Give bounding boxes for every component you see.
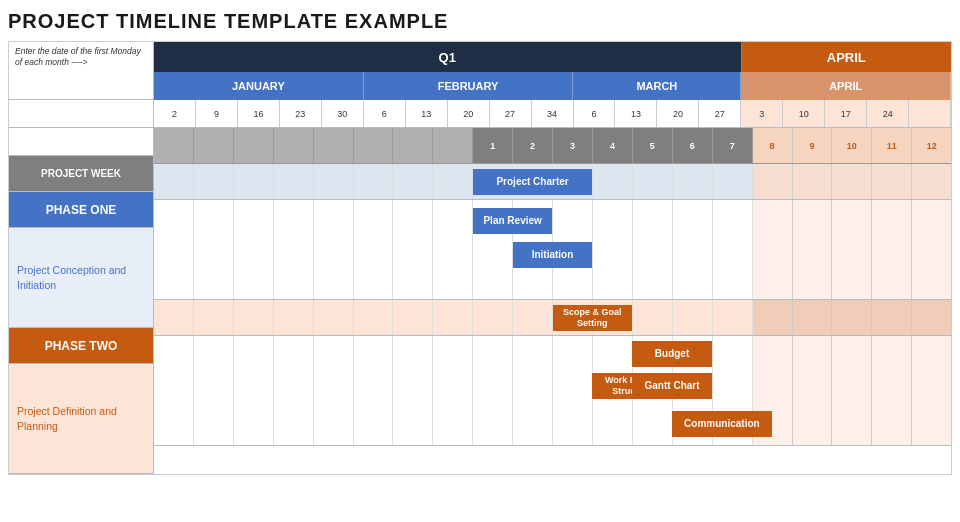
- p1-cell: [593, 164, 633, 199]
- pw-3: 3: [553, 128, 593, 163]
- grid-rows: 1 2 3 4 5 6 7 8 9 10 11 12: [154, 128, 951, 446]
- p2-cell: [753, 300, 793, 335]
- p1-cell: [354, 164, 394, 199]
- left-labels: Enter the date of the first Monday of ea…: [9, 42, 154, 474]
- pw-8: 8: [753, 128, 793, 163]
- p2s-cell: [832, 336, 872, 445]
- p2-cell: [393, 300, 433, 335]
- sub-label-2: Project Definition and Planning: [9, 364, 153, 474]
- week-num-extra: [909, 100, 951, 127]
- p2-cell: [234, 300, 274, 335]
- project-week-label: PROJECT WEEK: [9, 156, 153, 192]
- april-label: APRIL: [742, 42, 951, 72]
- p1-cell: [154, 164, 194, 199]
- week-num-30: 30: [322, 100, 364, 127]
- ps-cell: [872, 200, 912, 299]
- p2-cell: [912, 300, 951, 335]
- task-initiation: Initiation: [513, 242, 593, 268]
- ps-cell: [753, 200, 793, 299]
- timeline-wrapper: Enter the date of the first Monday of ea…: [8, 41, 952, 475]
- pw-blank: [433, 128, 473, 163]
- week-num-2: 2: [154, 100, 196, 127]
- p1-cell: [633, 164, 673, 199]
- ps-cell: [633, 200, 673, 299]
- p2s-cell: [433, 336, 473, 445]
- p1-cell: [793, 164, 833, 199]
- p2s-cell: [553, 336, 593, 445]
- ps-cell: [593, 200, 633, 299]
- pw-blank: [274, 128, 314, 163]
- task-communication: Communication: [672, 411, 772, 437]
- week-num-a10: 10: [783, 100, 825, 127]
- task-plan-review: Plan Review: [473, 208, 553, 234]
- phase-one-label: PHASE ONE: [9, 192, 153, 228]
- p2-cell: [314, 300, 354, 335]
- pw-5: 5: [633, 128, 673, 163]
- ps-cell: [433, 200, 473, 299]
- p2-cell: [872, 300, 912, 335]
- p1-cell: [314, 164, 354, 199]
- pw-1: 1: [473, 128, 513, 163]
- pw-12: 12: [912, 128, 951, 163]
- ps-cell: [194, 200, 234, 299]
- week-label-blank: [9, 100, 153, 128]
- p1-cell: [753, 164, 793, 199]
- pw-11: 11: [872, 128, 912, 163]
- week-numbers-row: 2 9 16 23 30 6 13 20 27 34 6 13 20 27 3 …: [154, 100, 951, 128]
- p1-cell: [872, 164, 912, 199]
- ps-cell: [393, 200, 433, 299]
- month-apr: APRIL: [741, 72, 951, 100]
- month-jan: JANUARY: [154, 72, 364, 100]
- p2s-cell: [274, 336, 314, 445]
- ps-cell: [354, 200, 394, 299]
- p2s-cell: [793, 336, 833, 445]
- p2s-cell: [194, 336, 234, 445]
- week-num-13: 13: [406, 100, 448, 127]
- task-scope-goal: Scope & Goal Setting: [553, 305, 633, 331]
- pw-7: 7: [713, 128, 753, 163]
- sub-label-1: Project Conception and Initiation: [9, 228, 153, 328]
- grid-area: Q1 APRIL JANUARY FEBRUARY MARCH APRIL 2 …: [154, 42, 951, 474]
- top-note: Enter the date of the first Monday of ea…: [9, 42, 153, 100]
- ps-cell: [154, 200, 194, 299]
- week-num-27: 27: [490, 100, 532, 127]
- p2-cell: [713, 300, 753, 335]
- p2s-cell: [473, 336, 513, 445]
- pw-blank: [194, 128, 234, 163]
- p1-cell: [832, 164, 872, 199]
- p1-cell: [713, 164, 753, 199]
- ps-cell: [713, 200, 753, 299]
- p2s-cell: [314, 336, 354, 445]
- week-num-m20: 20: [657, 100, 699, 127]
- p2-cell: [354, 300, 394, 335]
- p1-cell: [912, 164, 951, 199]
- pw-blank: [234, 128, 274, 163]
- page-title: PROJECT TIMELINE TEMPLATE EXAMPLE: [8, 10, 952, 33]
- p2-cell: [473, 300, 513, 335]
- ps-cell: [912, 200, 951, 299]
- p2s-cell: [154, 336, 194, 445]
- pw-4: 4: [593, 128, 633, 163]
- ps-cell: [234, 200, 274, 299]
- week-num-16: 16: [238, 100, 280, 127]
- p2-cell: [793, 300, 833, 335]
- month-feb: FEBRUARY: [364, 72, 574, 100]
- ps-cell: [832, 200, 872, 299]
- phase-two-row: Scope & Goal Setting: [154, 300, 951, 336]
- p1-cell: [393, 164, 433, 199]
- week-num-a24: 24: [867, 100, 909, 127]
- p2-cell: [433, 300, 473, 335]
- p2s-cell: [393, 336, 433, 445]
- week-num-a17: 17: [825, 100, 867, 127]
- task-gantt: Gantt Chart: [632, 373, 712, 399]
- p2-cell: [633, 300, 673, 335]
- pw-6: 6: [673, 128, 713, 163]
- phase-one-sub-row: Plan Review Initiation: [154, 200, 951, 300]
- ps-cell: [314, 200, 354, 299]
- p2s-cell: [872, 336, 912, 445]
- p2s-cell: [912, 336, 951, 445]
- week-num-9: 9: [196, 100, 238, 127]
- p2-cell: [274, 300, 314, 335]
- p1-cell: [274, 164, 314, 199]
- q1-label: Q1: [154, 42, 742, 72]
